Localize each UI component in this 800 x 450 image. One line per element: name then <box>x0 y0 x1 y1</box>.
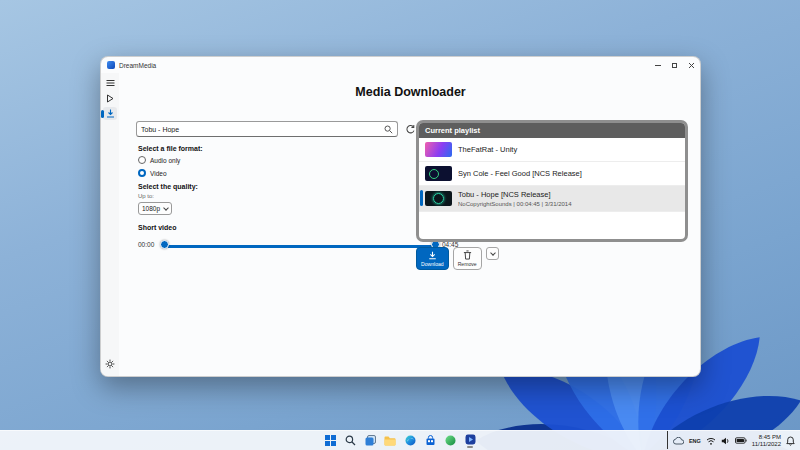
settings-button[interactable] <box>103 357 117 370</box>
window-controls <box>649 57 700 73</box>
sidebar-item-player[interactable] <box>103 92 117 105</box>
download-button[interactable]: Download <box>416 247 449 270</box>
window-title: DreamMedia <box>119 62 156 69</box>
taskbar: ENG 8:45 PM 11/11/2022 <box>0 430 800 450</box>
search-box <box>136 121 398 137</box>
playlist-item-title: Syn Cole - Feel Good [NCS Release] <box>458 169 582 178</box>
quality-dropdown[interactable]: 1080p <box>138 202 172 215</box>
edge-button[interactable] <box>403 433 418 448</box>
media-app-icon <box>465 434 476 445</box>
quality-label: Select the quality: <box>138 183 198 190</box>
playlist-item[interactable]: TheFatRat - Unity <box>419 138 685 162</box>
app-icon <box>107 61 115 69</box>
tray-time: 8:45 PM <box>759 434 781 441</box>
search-icon <box>384 125 393 134</box>
tray-date: 11/11/2022 <box>752 441 781 448</box>
trim-slider-track[interactable] <box>164 245 437 248</box>
selection-indicator <box>420 190 423 206</box>
maximize-button[interactable] <box>666 57 683 73</box>
windows-logo-icon <box>325 435 336 446</box>
notification-bell-icon[interactable] <box>786 436 795 446</box>
sidebar <box>101 73 119 376</box>
video-thumbnail <box>425 166 452 181</box>
playlist-item-title: TheFatRat - Unity <box>458 145 517 154</box>
download-icon <box>428 251 437 260</box>
wifi-icon[interactable] <box>706 437 716 445</box>
playlist-panel: Current playlist TheFatRat - Unity Syn C… <box>416 120 688 242</box>
remove-button[interactable]: Remove <box>453 247 482 270</box>
quality-value: 1080p <box>142 205 160 212</box>
download-icon <box>106 109 115 118</box>
more-options-button[interactable] <box>486 247 499 260</box>
trash-icon <box>463 250 472 260</box>
desktop: DreamMedia <box>0 0 800 450</box>
radio-audio-only[interactable]: Audio only <box>138 156 180 164</box>
slider-handle-start[interactable] <box>160 240 169 249</box>
download-button-label: Download <box>421 261 444 266</box>
playlist-item-subtitle: NoCopyrightSounds | 00:04:45 | 3/31/2014 <box>458 201 572 207</box>
menu-button[interactable] <box>103 76 117 89</box>
search-icon <box>345 435 356 446</box>
radio-audio-label: Audio only <box>150 157 180 164</box>
cloud-icon[interactable] <box>673 437 684 445</box>
trim-start-value: 00:00 <box>138 241 154 248</box>
video-thumbnail <box>425 191 452 206</box>
maximize-icon <box>672 63 677 68</box>
store-button[interactable] <box>423 433 438 448</box>
titlebar[interactable]: DreamMedia <box>101 57 700 73</box>
app-window: DreamMedia <box>100 56 701 377</box>
taskbar-app-media[interactable] <box>463 433 478 448</box>
format-label: Select a file format: <box>138 145 203 152</box>
green-app-icon <box>445 435 456 446</box>
store-icon <box>425 435 436 446</box>
close-icon <box>688 62 695 69</box>
hamburger-icon <box>106 79 115 87</box>
radio-audio-circle <box>138 156 146 164</box>
battery-icon[interactable] <box>735 437 747 444</box>
sidebar-item-downloader[interactable] <box>103 107 117 120</box>
remove-button-label: Remove <box>458 261 477 266</box>
gear-icon <box>105 359 115 369</box>
task-view-button[interactable] <box>363 433 378 448</box>
chevron-down-icon <box>490 250 496 256</box>
running-indicator <box>467 446 473 448</box>
playlist-item-selected[interactable]: Tobu - Hope [NCS Release] NoCopyrightSou… <box>419 186 685 212</box>
edge-icon <box>405 435 416 446</box>
language-indicator[interactable]: ENG <box>689 438 701 444</box>
folder-icon <box>384 435 396 446</box>
play-icon <box>106 94 114 103</box>
playlist-header: Current playlist <box>419 123 685 138</box>
search-input[interactable] <box>137 126 384 133</box>
trim-label: Short video <box>138 224 177 231</box>
system-tray: ENG 8:45 PM 11/11/2022 <box>667 432 795 450</box>
page-title: Media Downloader <box>119 85 701 99</box>
clock[interactable]: 8:45 PM 11/11/2022 <box>752 434 781 448</box>
taskbar-search-button[interactable] <box>343 433 358 448</box>
close-button[interactable] <box>683 57 700 73</box>
tray-chevron-button[interactable] <box>667 432 668 450</box>
quality-sublabel: Up to: <box>138 193 154 199</box>
minimize-button[interactable] <box>649 57 666 73</box>
video-thumbnail <box>425 142 452 157</box>
radio-video[interactable]: Video <box>138 169 167 177</box>
refresh-icon <box>405 124 416 135</box>
chevron-up-icon <box>667 431 668 449</box>
file-explorer-button[interactable] <box>383 433 398 448</box>
minimize-icon <box>655 65 661 66</box>
volume-icon[interactable] <box>721 437 730 445</box>
chevron-down-icon <box>163 205 169 211</box>
task-view-icon <box>365 435 376 446</box>
playlist-item[interactable]: Syn Cole - Feel Good [NCS Release] <box>419 162 685 186</box>
radio-video-label: Video <box>150 170 167 177</box>
radio-video-circle <box>138 169 146 177</box>
taskbar-app-green[interactable] <box>443 433 458 448</box>
playlist-item-title: Tobu - Hope [NCS Release] <box>458 190 572 199</box>
start-button[interactable] <box>323 433 338 448</box>
